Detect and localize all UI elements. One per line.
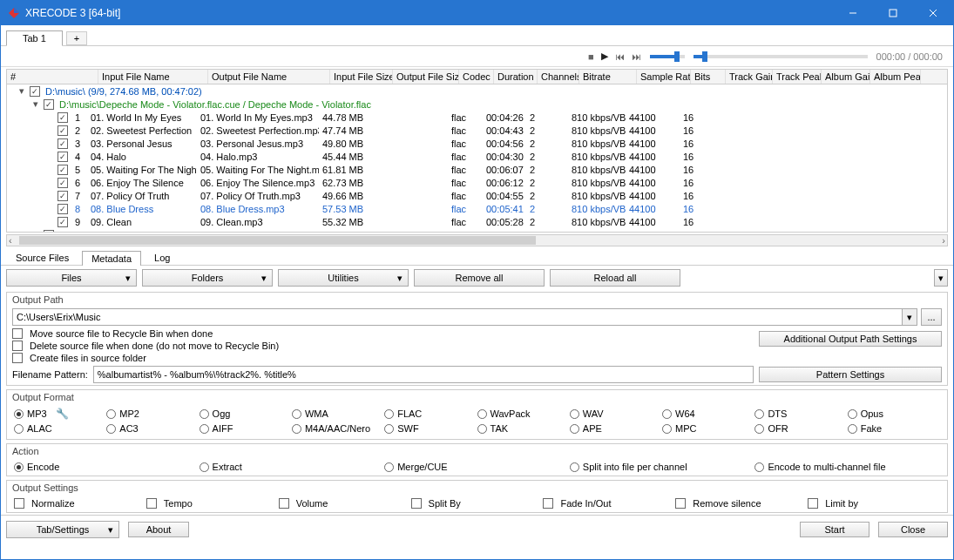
format-tak[interactable]: TAK — [477, 423, 570, 434]
setting-remove-silence[interactable]: Remove silence — [675, 498, 808, 509]
row-checkbox[interactable] — [58, 165, 68, 175]
col-album-peak[interactable]: Album Peak — [870, 70, 921, 84]
col--[interactable]: # — [7, 70, 98, 84]
col-bits[interactable]: Bits — [691, 70, 726, 84]
format-ofr[interactable]: OFR — [754, 423, 847, 434]
action-extract[interactable]: Extract — [200, 462, 385, 472]
scroll-left-icon[interactable]: ‹ — [9, 235, 12, 246]
wrench-icon[interactable]: 🔧 — [56, 408, 69, 420]
format-mpc[interactable]: MPC — [662, 423, 754, 434]
format-ogg[interactable]: Ogg — [200, 408, 292, 420]
output-path-input[interactable] — [12, 308, 903, 326]
table-row[interactable]: 9 09. Clean 09. Clean.mp3 55.32 MB flac … — [7, 215, 947, 228]
volume-slider[interactable] — [650, 55, 685, 58]
files-dropdown[interactable]: Files▾ — [6, 269, 137, 287]
table-row[interactable]: 8 08. Blue Dress 08. Blue Dress.mp3 57.5… — [7, 202, 947, 215]
col-sample-rate[interactable]: Sample Rate — [637, 70, 691, 84]
setting-tempo[interactable]: Tempo — [146, 498, 279, 509]
prev-icon[interactable]: ⏮ — [615, 51, 625, 62]
stop-icon[interactable]: ■ — [588, 51, 594, 62]
col-album-gain[interactable]: Album Gain — [822, 70, 870, 84]
format-flac[interactable]: FLAC — [384, 408, 477, 420]
table-row[interactable]: 1 01. World In My Eyes 01. World In My E… — [7, 111, 947, 124]
next-icon[interactable]: ⏭ — [632, 51, 641, 62]
maximize-button[interactable] — [873, 1, 913, 25]
delete-source-checkbox[interactable] — [12, 341, 23, 351]
tab-log[interactable]: Log — [145, 250, 179, 265]
table-row[interactable]: ▾D:\music\ (9/9, 274.68 MB, 00:47:02) — [7, 84, 947, 98]
table-row[interactable]: 7 07. Policy Of Truth 07. Policy Of Trut… — [7, 189, 947, 202]
browse-button[interactable]: ... — [921, 308, 942, 326]
col-output-file-size[interactable]: Output File Size — [393, 70, 459, 84]
pattern-settings-button[interactable]: Pattern Settings — [759, 367, 942, 382]
format-fake[interactable]: Fake — [848, 423, 940, 434]
col-input-file-size[interactable]: Input File Size — [330, 70, 393, 84]
move-to-recycle-checkbox[interactable] — [12, 328, 23, 339]
row-checkbox[interactable] — [58, 204, 68, 214]
col-output-file-name[interactable]: Output File Name — [208, 70, 330, 84]
format-alac[interactable]: ALAC — [14, 423, 106, 434]
col-track-peak[interactable]: Track Peak — [773, 70, 822, 84]
format-opus[interactable]: Opus — [848, 408, 940, 420]
setting-fade-in-out[interactable]: Fade In/Out — [543, 498, 675, 509]
setting-normalize[interactable]: Normalize — [14, 498, 146, 509]
row-checkbox[interactable] — [58, 178, 68, 188]
format-m4a-aac-nero[interactable]: M4A/AAC/Nero — [292, 423, 384, 434]
row-checkbox[interactable] — [44, 230, 54, 233]
format-wavpack[interactable]: WavPack — [477, 408, 570, 420]
action-merge-cue[interactable]: Merge/CUE — [384, 462, 570, 472]
new-tab-button[interactable]: + — [66, 31, 87, 45]
tab-source-files[interactable]: Source Files — [6, 250, 78, 265]
row-checkbox[interactable] — [58, 217, 68, 227]
row-checkbox[interactable] — [58, 138, 68, 149]
create-in-source-checkbox[interactable] — [12, 353, 23, 363]
more-dropdown[interactable]: ▾ — [934, 269, 948, 287]
tab-settings-dropdown[interactable]: Tab/Settings▾ — [6, 521, 119, 538]
minimize-button[interactable] — [833, 1, 873, 25]
row-checkbox[interactable] — [30, 86, 40, 97]
setting-limit-by[interactable]: Limit by — [808, 498, 940, 509]
pattern-input[interactable] — [93, 366, 754, 383]
expand-icon[interactable]: ▾ — [33, 98, 44, 110]
expand-icon[interactable]: ▾ — [19, 85, 30, 97]
reload-all-button[interactable]: Reload all — [550, 269, 680, 287]
format-swf[interactable]: SWF — [384, 423, 477, 434]
scroll-right-icon[interactable]: › — [942, 235, 945, 246]
action-encode[interactable]: Encode — [14, 462, 200, 472]
row-checkbox[interactable] — [58, 152, 68, 162]
format-ape[interactable]: APE — [570, 423, 662, 434]
col-duration[interactable]: Duration — [494, 70, 538, 84]
utilities-dropdown[interactable]: Utilities▾ — [278, 269, 409, 287]
play-icon[interactable]: ▶ — [601, 51, 608, 62]
action-encode-to-multi-channel-file[interactable]: Encode to multi-channel file — [754, 462, 940, 472]
table-row[interactable]: Total: 274.68 MB Free space left on driv… — [7, 228, 947, 232]
grid-header[interactable]: #Input File NameOutput File NameInput Fi… — [7, 70, 947, 84]
format-mp3[interactable]: MP3🔧 — [14, 408, 106, 420]
setting-split-by[interactable]: Split By — [411, 498, 544, 509]
folders-dropdown[interactable]: Folders▾ — [142, 269, 273, 287]
action-split-into-file-per-channel[interactable]: Split into file per channel — [570, 462, 755, 472]
setting-volume[interactable]: Volume — [279, 498, 411, 509]
col-input-file-name[interactable]: Input File Name — [98, 70, 208, 84]
start-button[interactable]: Start — [800, 522, 869, 537]
tab-metadata[interactable]: Metadata — [82, 251, 141, 266]
additional-output-button[interactable]: Additional Output Path Settings — [759, 331, 942, 347]
row-checkbox[interactable] — [58, 112, 68, 123]
table-row[interactable]: 6 06. Enjoy The Silence 06. Enjoy The Si… — [7, 176, 947, 189]
col-codec[interactable]: Codec — [459, 70, 494, 84]
col-track-gain[interactable]: Track Gain — [726, 70, 773, 84]
horizontal-scrollbar[interactable]: ‹ › — [6, 234, 948, 246]
format-wma[interactable]: WMA — [292, 408, 384, 420]
format-ac3[interactable]: AC3 — [106, 423, 199, 434]
tab-1[interactable]: Tab 1 — [6, 30, 63, 46]
close-app-button[interactable]: Close — [878, 522, 948, 537]
row-checkbox[interactable] — [44, 99, 54, 110]
table-row[interactable]: 3 03. Personal Jesus 03. Personal Jesus.… — [7, 137, 947, 150]
about-button[interactable]: About — [128, 522, 189, 537]
col-channels[interactable]: Channels — [538, 70, 579, 84]
remove-all-button[interactable]: Remove all — [414, 269, 545, 287]
table-row[interactable]: ▾D:\music\Depeche Mode - Violator.flac.c… — [7, 98, 947, 111]
table-row[interactable]: 5 05. Waiting For The Night 05. Waiting … — [7, 163, 947, 176]
col-bitrate[interactable]: Bitrate — [579, 70, 637, 84]
path-dropdown-icon[interactable]: ▾ — [902, 308, 917, 326]
